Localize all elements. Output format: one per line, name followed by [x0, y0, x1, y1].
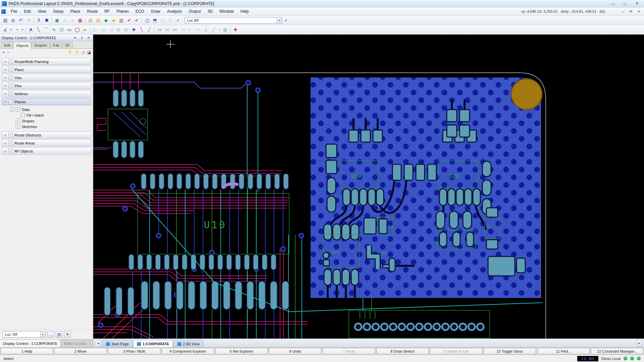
checkbox-checked[interactable]: ✓ [8, 67, 13, 72]
target-icon[interactable]: ◎ [82, 50, 85, 55]
pushpin-button[interactable]: ⊼ [35, 17, 43, 24]
menu-draw[interactable]: Draw [148, 8, 163, 15]
chevron-down-icon[interactable]: ▾ [277, 17, 282, 23]
fn-component-explorer-button[interactable]: 4 Component Explorer [162, 348, 214, 354]
expand-icon[interactable]: ➢ [4, 59, 7, 64]
expand-icon[interactable]: ➢ [4, 100, 7, 104]
expand-icon[interactable]: ➢ [4, 83, 7, 88]
tree-item-sketches[interactable]: ✓ Sketches [6, 124, 91, 129]
slash-tool-button[interactable]: ╱ [210, 26, 217, 33]
window-tile-button[interactable]: ▱ [61, 17, 68, 24]
fn-sketch-route-button[interactable]: 9 Sketch Route [430, 348, 482, 354]
paste-button[interactable]: ⧉ [122, 26, 130, 33]
checkbox-checked[interactable]: ✓ [8, 141, 13, 145]
tab-3d-view[interactable]: 2:3D View [173, 340, 203, 347]
objects-rf-objects[interactable]: ➢ ✓ RF Objects [2, 147, 91, 155]
menu-3d[interactable]: 3D [205, 8, 216, 15]
tab-scroll-right-icon[interactable]: ► [636, 340, 642, 347]
mdi-close-button[interactable]: ✕ [635, 10, 643, 13]
panel-pin-icon[interactable]: ↧ [79, 36, 85, 40]
checkbox-checked[interactable]: ✓ [16, 124, 20, 129]
view-3d-button[interactable]: ⬒ [151, 17, 159, 24]
bolt2-icon[interactable]: ⚡ [74, 50, 79, 55]
tab-3d[interactable]: 3D [62, 42, 72, 48]
tab-start-page[interactable]: Start Page [102, 340, 132, 347]
measure-button[interactable]: ⊹ [195, 26, 202, 33]
circle-tool-button[interactable]: ◯ [73, 26, 81, 33]
objects-pins[interactable]: ➢ ✓ Pins [2, 82, 91, 89]
copy-button[interactable]: ⧉ [115, 26, 122, 33]
line-tool-button[interactable]: ╲ [35, 26, 42, 33]
validate-button[interactable]: ✓ [174, 17, 182, 24]
find-button[interactable]: ◎ [9, 17, 17, 24]
align-top-button[interactable]: ◁ [107, 26, 114, 33]
expand-icon[interactable]: ➢ [4, 75, 7, 80]
save-button[interactable]: ▤ [2, 17, 9, 24]
verify2-button[interactable]: ✔ [133, 17, 141, 24]
text-tool-button[interactable]: A [27, 26, 35, 33]
tab-objects[interactable]: Objects [13, 42, 31, 49]
checkbox-checked[interactable]: ✓ [8, 75, 13, 80]
fn-net-explorer-button[interactable]: 5 Net Explorer [215, 348, 268, 354]
panel-menu-icon[interactable]: ▾ [72, 36, 78, 40]
pcb-canvas[interactable]: U10 U30 [93, 35, 644, 339]
checkbox-checked[interactable]: ✓ [8, 100, 13, 104]
add-scheme-icon[interactable]: ➢ [2, 50, 5, 55]
checkbox-checked[interactable]: ✓ [8, 83, 13, 88]
menu-window[interactable]: Window [216, 8, 237, 15]
bolt-icon[interactable]: ⚡ [67, 50, 72, 55]
fn-constraint-manager-button[interactable]: 12 Constraint Manager... [591, 348, 643, 354]
sheet-button[interactable]: ▢ [159, 17, 166, 24]
library2-button[interactable]: ▨ [95, 17, 102, 24]
trim-left-button[interactable]: ⊣ [179, 26, 186, 33]
menu-file[interactable]: File [8, 8, 20, 15]
tab-fab[interactable]: Fab [50, 42, 62, 48]
fn-plow-multi-button[interactable]: 3 Plow / Multi [108, 348, 160, 354]
checkbox-checked[interactable]: ✓ [8, 59, 13, 64]
menu-eco[interactable]: ECO [132, 8, 147, 15]
menu-rf[interactable]: RF [101, 8, 113, 15]
menu-analysis[interactable]: Analysis [164, 8, 185, 15]
tab-edit[interactable]: Edit [1, 42, 13, 48]
chevron-down-icon[interactable]: ▾ [40, 331, 45, 337]
undo-button[interactable]: ↶ [17, 17, 24, 24]
polygon-tool-button[interactable]: ⬠ [58, 26, 65, 33]
trim-right-button[interactable]: ⊢ [187, 26, 194, 33]
align-right-button[interactable]: ◁ [99, 26, 107, 33]
checkbox-checked[interactable]: ✓ [8, 149, 13, 153]
objects-place[interactable]: ➢ ✓ Place [2, 66, 91, 73]
align-left-button[interactable]: ▷ [92, 26, 99, 33]
pattern3-button[interactable]: ⋈ [171, 26, 179, 33]
grid-snap-button[interactable]: ▦ [221, 26, 229, 33]
route-button[interactable]: ✚ [130, 26, 138, 33]
objects-route-obstructs[interactable]: ➢ ✓ Route Obstructs [2, 131, 91, 138]
objects-route-areas[interactable]: ➢ ✓ Route Areas [2, 139, 91, 146]
verify-button[interactable]: ✔ [125, 17, 133, 24]
unplace-parts-button[interactable]: ◆ [110, 17, 117, 24]
checkbox-checked[interactable]: ✓ [16, 107, 20, 112]
arc-tool-button[interactable]: ⌒ [43, 26, 50, 33]
angle-mode-button[interactable]: ∠ [2, 26, 9, 33]
route-any-angle-button[interactable]: ╱ [146, 26, 153, 33]
objects-netlines[interactable]: ➢ ✓ Netlines [2, 90, 91, 97]
menu-setup[interactable]: Setup [50, 8, 66, 15]
tab-editor-control[interactable]: Editor Control [61, 340, 90, 347]
window-cascade-button[interactable]: ▱ [69, 17, 76, 24]
tree-item-shapes[interactable]: ✓ Shapes [6, 118, 91, 124]
menu-output[interactable]: Output [186, 8, 204, 15]
expand-icon[interactable]: ➢ [4, 133, 7, 137]
checkbox-checked[interactable]: ✓ [8, 133, 13, 137]
menu-route[interactable]: Route [84, 8, 101, 15]
arc-mode-button[interactable]: ◔ [13, 26, 20, 33]
menu-help[interactable]: Help [237, 8, 252, 15]
route-45-button[interactable]: ╲ [138, 26, 145, 33]
checkbox-checked[interactable]: ✓ [20, 113, 25, 117]
fn-toggle-gloss-button[interactable]: 10 Toggle Gloss [484, 348, 536, 354]
pattern2-button[interactable]: ⋈ [164, 26, 171, 33]
spline-tool-button[interactable]: ∿ [50, 26, 58, 33]
origin-button[interactable]: ✚ [232, 26, 239, 33]
minimize-button[interactable]: — [608, 1, 618, 7]
collapse-icon[interactable]: − [10, 108, 14, 111]
fn-find-button[interactable]: 11 Find... [537, 348, 590, 354]
tree-item-data[interactable]: − ✓ Data [6, 107, 91, 112]
